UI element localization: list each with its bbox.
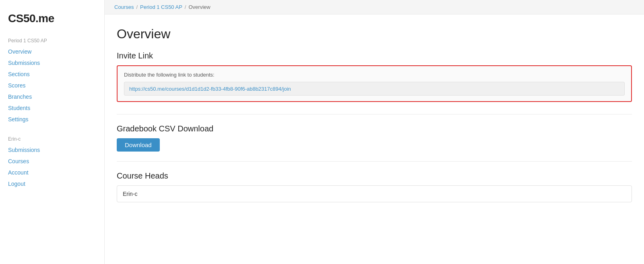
breadcrumb-current: Overview	[188, 4, 210, 10]
invite-url[interactable]: https://cs50.me/courses/d1d1d1d2-fb33-4f…	[129, 86, 291, 92]
sidebar-item-account[interactable]: Account	[0, 167, 104, 178]
sidebar-item-settings[interactable]: Settings	[0, 114, 104, 125]
invite-link-row: https://cs50.me/courses/d1d1d1d2-fb33-4f…	[124, 82, 625, 96]
sidebar-item-submissions-user[interactable]: Submissions	[0, 144, 104, 156]
sidebar: CS50.me Period 1 CS50 AP Overview Submis…	[0, 0, 105, 264]
course-head-item: Erin-c	[117, 185, 632, 202]
sidebar-item-overview[interactable]: Overview	[0, 46, 104, 57]
download-button[interactable]: Download	[117, 138, 160, 152]
invite-link-box: Distribute the following link to student…	[117, 65, 632, 102]
course-heads-heading: Course Heads	[117, 171, 632, 181]
sidebar-item-sections[interactable]: Sections	[0, 69, 104, 80]
invite-box-description: Distribute the following link to student…	[124, 72, 625, 78]
sidebar-item-students[interactable]: Students	[0, 102, 104, 114]
main-content: Courses / Period 1 CS50 AP / Overview Ov…	[105, 0, 644, 264]
sidebar-item-branches[interactable]: Branches	[0, 91, 104, 102]
sidebar-item-scores[interactable]: Scores	[0, 80, 104, 91]
breadcrumb-courses[interactable]: Courses	[114, 4, 134, 10]
breadcrumb-sep-2: /	[185, 4, 186, 10]
sidebar-item-courses[interactable]: Courses	[0, 156, 104, 167]
breadcrumb-period[interactable]: Period 1 CS50 AP	[140, 4, 182, 10]
page-body: Overview Invite Link Distribute the foll…	[105, 15, 644, 264]
course-section-label: Period 1 CS50 AP	[0, 33, 104, 46]
breadcrumb: Courses / Period 1 CS50 AP / Overview	[105, 0, 644, 15]
divider-1	[117, 114, 632, 114]
breadcrumb-sep-1: /	[136, 4, 138, 10]
sidebar-item-submissions-course[interactable]: Submissions	[0, 57, 104, 69]
app-logo: CS50.me	[0, 8, 104, 33]
divider-2	[117, 161, 632, 162]
page-title: Overview	[117, 27, 632, 42]
user-section-label: Erin-c	[0, 131, 104, 144]
sidebar-item-logout[interactable]: Logout	[0, 178, 104, 189]
gradebook-heading: Gradebook CSV Download	[117, 124, 632, 133]
invite-link-heading: Invite Link	[117, 51, 632, 60]
